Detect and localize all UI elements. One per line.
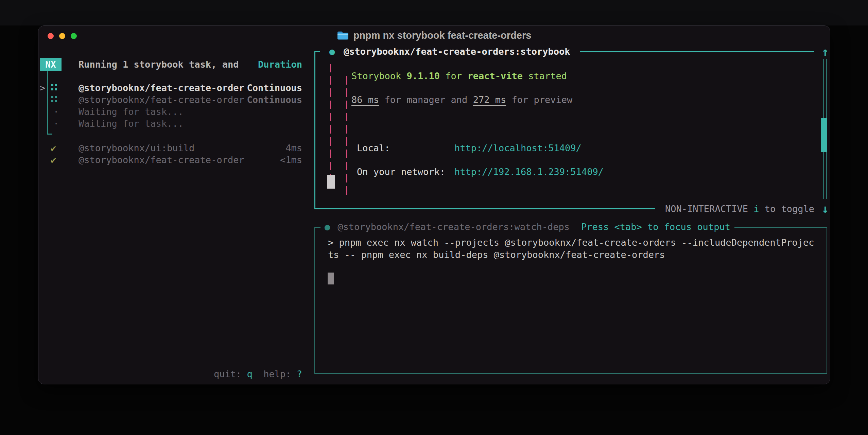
waiting-dot-icon: ·	[53, 118, 59, 130]
terminal-cursor	[328, 273, 334, 284]
storybook-timing-line: 86 ms for manager and 272 ms for preview	[351, 94, 572, 106]
task-tree-corner	[47, 134, 52, 135]
spinner-icon	[51, 84, 53, 86]
completed-task-duration: 4ms	[79, 142, 302, 154]
terminal-cursor	[327, 175, 335, 189]
task-row-label: Waiting for task...	[79, 118, 184, 130]
scrollbar-thumb[interactable]	[821, 118, 827, 152]
watch-deps-panel-title: @storybooknx/feat-create-orders:watch-de…	[337, 222, 570, 232]
duration-column-header: Duration	[79, 58, 302, 71]
task-status-dot: ●	[329, 46, 335, 58]
nx-logo-badge: NX	[40, 58, 62, 71]
local-url-link[interactable]: http://localhost:51409/	[454, 142, 581, 154]
network-label: On your network:	[357, 166, 445, 178]
watch-deps-panel-header: ●@storybooknx/feat-create-orders:watch-d…	[320, 221, 734, 233]
spinner-icon	[51, 96, 53, 98]
command-line: > pnpm exec nx watch --projects @storybo…	[328, 237, 814, 249]
panel-border	[314, 208, 655, 209]
task-tree-line	[47, 71, 48, 134]
scroll-down-icon[interactable]: ↓	[819, 202, 832, 215]
focus-output-hint: Press <tab> to focus output	[581, 222, 730, 232]
scroll-up-icon[interactable]: ↑	[819, 45, 832, 58]
non-interactive-hint: NON-INTERACTIVE i to toggle	[650, 203, 814, 215]
titlebar: pnpm nx storybook feat-create-orders	[38, 26, 830, 45]
window-title: pnpm nx storybook feat-create-orders	[353, 30, 532, 41]
network-url-link[interactable]: http://192.168.1.239:51409/	[454, 166, 604, 178]
task-row-status: Continuous	[79, 94, 302, 106]
check-icon: ✔	[51, 154, 56, 166]
desktop-background-strip	[0, 0, 868, 25]
task-row-status: Continuous	[79, 82, 302, 94]
storybook-log-gutter-bar	[346, 76, 347, 198]
completed-task-duration: <1ms	[79, 154, 302, 166]
local-label: Local:	[357, 142, 390, 154]
waiting-dot-icon: ·	[53, 106, 59, 118]
panel-border	[314, 51, 315, 209]
panel-header-line	[580, 51, 814, 52]
task-status-dot: ●	[325, 222, 330, 232]
selected-task-marker: >	[40, 82, 45, 94]
storybook-started-line: Storybook 9.1.10 for react-vite started	[351, 70, 567, 82]
storybook-log-gutter-bar	[330, 64, 331, 176]
folder-icon	[337, 31, 349, 40]
window-title-group: pnpm nx storybook feat-create-orders	[38, 26, 830, 45]
terminal-window: pnpm nx storybook feat-create-orders NX …	[38, 25, 830, 384]
check-icon: ✔	[51, 142, 56, 154]
command-line: ts -- pnpm exec nx build-deps @storybook…	[328, 249, 665, 261]
keyboard-hints: quit: q help: ?	[174, 368, 302, 380]
storybook-panel-title: @storybooknx/feat-create-orders:storyboo…	[344, 46, 570, 58]
task-row-label: Waiting for task...	[79, 106, 184, 118]
